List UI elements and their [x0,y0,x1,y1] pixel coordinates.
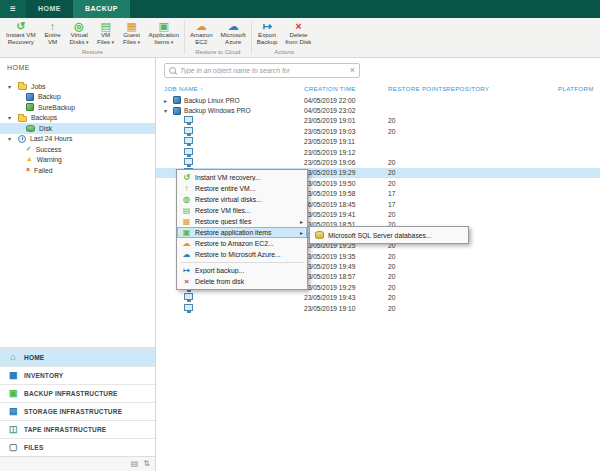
ribbon-group-actions: ↦ExportBackup×Deletefrom DiskActions [253,18,316,57]
sidebar: HOME ▾JobsBackupSureBackup▾BackupsDisk▾L… [0,58,156,471]
tree-item-jobs[interactable]: ▾Jobs [0,81,155,92]
sidebar-nav: ⌂HOME▦INVENTORY▣BACKUP INFRASTRUCTURE▤ST… [0,347,155,456]
menu-item-restore-to-microsoft-azure[interactable]: ☁Restore to Microsoft Azure... [177,249,307,260]
tree-item-surebackup[interactable]: SureBackup [0,102,155,113]
tree-item-disk[interactable]: Disk [0,123,155,134]
menu-item-label: Restore to Amazon EC2... [195,240,303,247]
table-row[interactable]: ▾Backup Windows PRO04/05/2019 23:02 [156,105,600,115]
menu-item-restore-to-amazon-ec2[interactable]: ☁Restore to Amazon EC2... [177,238,307,249]
tree-item-failed[interactable]: ×Failed [0,165,155,176]
menu-item-label: Instant VM recovery... [195,174,303,181]
column-header-repository[interactable]: REPOSITORY [446,85,558,92]
chevron-down-icon: ▾ [169,39,173,45]
column-header-platform[interactable]: PLATFORM [558,85,600,92]
nav-item-tape-infrastructure[interactable]: ◫TAPE INFRASTRUCTURE [0,420,155,438]
clear-search-icon[interactable]: × [350,66,355,75]
tree-item-label: SureBackup [38,104,75,111]
column-header-label: RESTORE POINTS [388,85,446,92]
table-row[interactable]: ▸Backup Linux PRO04/05/2019 22:00 [156,95,600,105]
tree-item-warning[interactable]: ▲Warning [0,155,155,166]
nav-item-storage-infrastructure[interactable]: ▤STORAGE INFRASTRUCTURE [0,402,155,420]
ribbon-button-guest-files[interactable]: ▦GuestFiles ▾ [119,18,145,48]
table-row[interactable]: 23/05/2019 19:11 [156,137,600,147]
submenu-item-microsoft-sql-server-databases[interactable]: Microsoft SQL Server databases... [310,229,468,241]
creation-time-cell: 23/05/2019 19:58 [304,190,388,197]
creation-time-cell: 23/05/2019 19:06 [304,159,388,166]
submenu-item-label: Microsoft SQL Server databases... [328,232,464,239]
tab-backup[interactable]: BACKUP [73,0,130,18]
table-row[interactable]: 23/05/2019 19:1020 [156,303,600,313]
chevron-down-icon: ▾ [85,39,89,45]
job-name-cell [156,293,304,302]
tree-item-backups[interactable]: ▾Backups [0,113,155,124]
sort-ascending-icon: ↑ [200,86,203,92]
table-row[interactable]: 23/05/2019 19:12 [156,147,600,157]
column-header-creation-time[interactable]: CREATION TIME [304,85,388,92]
menu-item-restore-entire-vm[interactable]: ↑Restore entire VM... [177,183,307,194]
app-menu-button[interactable]: ≡ [0,0,26,18]
nav-item-inventory[interactable]: ▦INVENTORY [0,366,155,384]
menu-item-instant-vm-recovery[interactable]: ↺Instant VM recovery... [177,172,307,183]
menu-separator [180,262,304,263]
job-name-cell [156,137,304,146]
column-header-job-name[interactable]: JOB NAME↑ [156,85,304,92]
expander-icon[interactable]: ▾ [8,114,14,121]
restore-points-cell: 17 [388,201,446,208]
ribbon-button-vm-files[interactable]: ▤VMFiles ▾ [93,18,119,48]
menu-item-restore-vm-files[interactable]: ▤Restore VM files... [177,205,307,216]
ribbon-button-delete-from-disk[interactable]: ×Deletefrom Disk [281,18,315,48]
nav-item-label: HOME [24,354,44,361]
search-input[interactable] [177,67,350,74]
expander-icon[interactable]: ▾ [8,135,14,142]
expander-icon[interactable]: ▸ [164,97,170,104]
ribbon-button-microsoft-azure[interactable]: ☁MicrosoftAzure [217,18,250,48]
search-box[interactable]: × [164,63,360,78]
ribbon-group-label: Restore [2,48,183,57]
menu-item-label: Restore entire VM... [195,185,303,192]
instant-vm-recovery-icon: ↺ [182,174,191,182]
ribbon-button-instant-vm-recovery[interactable]: ↺Instant VMRecovery [2,18,40,48]
folder-icon [18,84,27,90]
table-row[interactable]: 23/05/2019 19:0320 [156,126,600,136]
restore-points-cell: 20 [388,128,446,135]
nav-inventory-icon: ▦ [8,371,18,380]
creation-time-cell: 23/05/2019 19:29 [304,284,388,291]
vm-icon [184,116,193,123]
ribbon-button-virtual-disks[interactable]: ◎VirtualDisks ▾ [66,18,93,48]
panel-resize-icon[interactable]: ⇅ [143,460,150,468]
menu-item-delete-from-disk[interactable]: ×Delete from disk [177,276,307,287]
restore-virtual-disks-icon: ◎ [182,196,191,204]
ribbon-button-entire-vm[interactable]: ↑EntireVM [40,18,66,48]
menu-item-restore-guest-files[interactable]: ▦Restore guest files▸ [177,216,307,227]
job-name-label: Backup Linux PRO [184,97,240,104]
nav-item-label: STORAGE INFRASTRUCTURE [24,408,122,415]
tree-item-last-24-hours[interactable]: ▾Last 24 Hours [0,134,155,145]
table-row[interactable]: 23/05/2019 19:0620 [156,157,600,167]
hamburger-menu-icon: ≡ [10,4,16,14]
creation-time-cell: 23/05/2019 19:49 [304,263,388,270]
menu-item-restore-application-items[interactable]: ▣Restore application items▸ [177,227,307,238]
ribbon-button-export-backup[interactable]: ↦ExportBackup [253,18,282,48]
column-header-restore-points[interactable]: RESTORE POINTS [388,85,446,92]
nav-item-files[interactable]: ▢FILES [0,438,155,456]
expander-icon[interactable]: ▾ [164,107,170,114]
sidebar-header: HOME [0,58,155,75]
tab-home[interactable]: HOME [26,0,73,18]
ribbon-button-amazon-ec2[interactable]: ☁AmazonEC2 [186,18,217,48]
nav-item-backup-infrastructure[interactable]: ▣BACKUP INFRASTRUCTURE [0,384,155,402]
restore-points-cell: 20 [388,305,446,312]
table-row[interactable]: 23/05/2019 19:0120 [156,116,600,126]
job-backup-icon [173,107,181,115]
menu-item-restore-virtual-disks[interactable]: ◎Restore virtual disks... [177,194,307,205]
job-name-label: Backup Windows PRO [184,107,251,114]
report-page-icon[interactable]: ▤ [131,460,139,468]
table-row[interactable]: 23/05/2019 19:4320 [156,292,600,302]
menu-item-export-backup[interactable]: ↦Export backup... [177,265,307,276]
ribbon-button-application-items[interactable]: ▣ApplicationItems ▾ [145,18,183,48]
expander-icon[interactable]: ▾ [8,83,14,90]
tree-item-success[interactable]: ✓Success [0,144,155,155]
vm-icon [184,148,193,155]
submenu-arrow-icon: ▸ [300,218,303,225]
tree-item-backup[interactable]: Backup [0,92,155,103]
nav-item-home[interactable]: ⌂HOME [0,348,155,366]
